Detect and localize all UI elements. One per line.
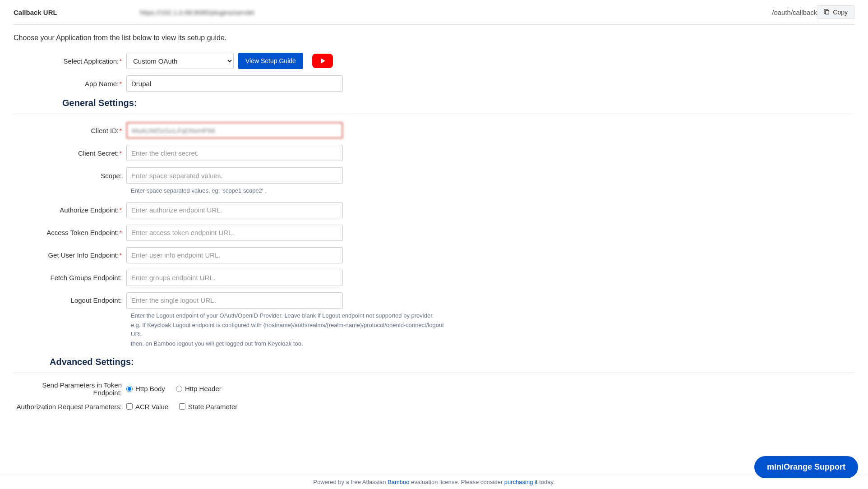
http-header-radio[interactable] bbox=[176, 386, 182, 392]
client-secret-row: Client Secret: bbox=[14, 145, 854, 161]
state-parameter-checkbox-item[interactable]: State Parameter bbox=[179, 403, 237, 411]
state-parameter-label: State Parameter bbox=[188, 403, 237, 411]
send-params-row: Send Parameters in Token Endpoint: Http … bbox=[14, 381, 854, 397]
select-application-row: Select Application: Custom OAuth View Se… bbox=[14, 53, 854, 69]
send-params-label: Send Parameters in Token Endpoint: bbox=[14, 381, 126, 397]
divider bbox=[14, 114, 854, 114]
user-info-endpoint-row: Get User Info Endpoint: bbox=[14, 247, 854, 263]
general-settings-header: General Settings: bbox=[62, 98, 854, 111]
view-setup-guide-button[interactable]: View Setup Guide bbox=[238, 53, 303, 69]
logout-help-line1: Enter the Logout endpoint of your OAuth/… bbox=[131, 311, 447, 321]
divider bbox=[14, 373, 854, 373]
callback-url-row: Callback URL https://192.1.0.68:8085/plu… bbox=[14, 0, 854, 25]
http-header-label: Http Header bbox=[185, 385, 222, 392]
http-body-radio[interactable] bbox=[126, 386, 133, 392]
user-info-endpoint-label: Get User Info Endpoint: bbox=[14, 251, 126, 259]
auth-request-checkbox-group: ACR Value State Parameter bbox=[126, 403, 237, 411]
acr-value-label: ACR Value bbox=[135, 403, 168, 411]
logout-help-text: Enter the Logout endpoint of your OAuth/… bbox=[131, 311, 447, 349]
auth-request-params-row: Authorization Request Parameters: ACR Va… bbox=[14, 403, 854, 411]
fetch-groups-endpoint-label: Fetch Groups Endpoint: bbox=[14, 274, 126, 281]
scope-row: Scope: bbox=[14, 167, 854, 184]
client-id-row: Client ID: bbox=[14, 122, 854, 138]
fetch-groups-endpoint-input[interactable] bbox=[126, 270, 343, 286]
authorize-endpoint-input[interactable] bbox=[126, 202, 343, 218]
user-info-endpoint-input[interactable] bbox=[126, 247, 343, 263]
logout-help-line3: then, on Bamboo logout you will get logg… bbox=[131, 339, 447, 349]
access-token-endpoint-input[interactable] bbox=[126, 225, 343, 241]
authorize-endpoint-label: Authorize Endpoint: bbox=[14, 206, 126, 214]
callback-url-value-blurred: https://192.1.0.68:8085/plugins/servlet bbox=[140, 9, 772, 16]
scope-input[interactable] bbox=[126, 167, 343, 184]
description-text: Choose your Application from the list be… bbox=[14, 34, 854, 42]
copy-button[interactable]: Copy bbox=[817, 5, 854, 19]
authorize-endpoint-row: Authorize Endpoint: bbox=[14, 202, 854, 218]
advanced-settings-header: Advanced Settings: bbox=[50, 357, 854, 370]
http-body-label: Http Body bbox=[135, 385, 165, 392]
access-token-endpoint-label: Access Token Endpoint: bbox=[14, 229, 126, 236]
client-id-input[interactable] bbox=[126, 122, 343, 138]
callback-url-label: Callback URL bbox=[14, 9, 140, 16]
scope-label: Scope: bbox=[14, 172, 126, 180]
auth-request-params-label: Authorization Request Parameters: bbox=[14, 403, 126, 411]
copy-button-label: Copy bbox=[833, 9, 848, 16]
select-application-dropdown[interactable]: Custom OAuth bbox=[126, 53, 234, 69]
access-token-endpoint-row: Access Token Endpoint: bbox=[14, 225, 854, 241]
youtube-button[interactable] bbox=[312, 54, 333, 68]
fetch-groups-endpoint-row: Fetch Groups Endpoint: bbox=[14, 270, 854, 286]
client-secret-label: Client Secret: bbox=[14, 149, 126, 157]
send-params-radio-group: Http Body Http Header bbox=[126, 385, 222, 392]
logout-endpoint-input[interactable] bbox=[126, 292, 343, 309]
app-name-input[interactable] bbox=[126, 75, 343, 92]
callback-url-value-clear: /oauth/callback bbox=[772, 9, 817, 16]
scope-help-text: Enter space separated values, eg: 'scope… bbox=[131, 186, 447, 196]
app-name-label: App Name: bbox=[14, 80, 126, 88]
logout-endpoint-label: Logout Endpoint: bbox=[14, 296, 126, 304]
select-application-label: Select Application: bbox=[14, 57, 126, 65]
http-body-radio-item[interactable]: Http Body bbox=[126, 385, 165, 392]
logout-help-line2: e.g. If Keycloak Logout endpoint is conf… bbox=[131, 321, 447, 340]
http-header-radio-item[interactable]: Http Header bbox=[176, 385, 222, 392]
client-secret-input[interactable] bbox=[126, 145, 343, 161]
acr-value-checkbox-item[interactable]: ACR Value bbox=[126, 403, 168, 411]
app-name-row: App Name: bbox=[14, 75, 854, 92]
state-parameter-checkbox[interactable] bbox=[179, 403, 185, 410]
svg-rect-0 bbox=[826, 11, 829, 14]
client-id-label: Client ID: bbox=[14, 127, 126, 134]
acr-value-checkbox[interactable] bbox=[126, 403, 133, 410]
copy-icon bbox=[824, 9, 830, 15]
play-icon bbox=[319, 57, 326, 65]
logout-endpoint-row: Logout Endpoint: bbox=[14, 292, 854, 309]
